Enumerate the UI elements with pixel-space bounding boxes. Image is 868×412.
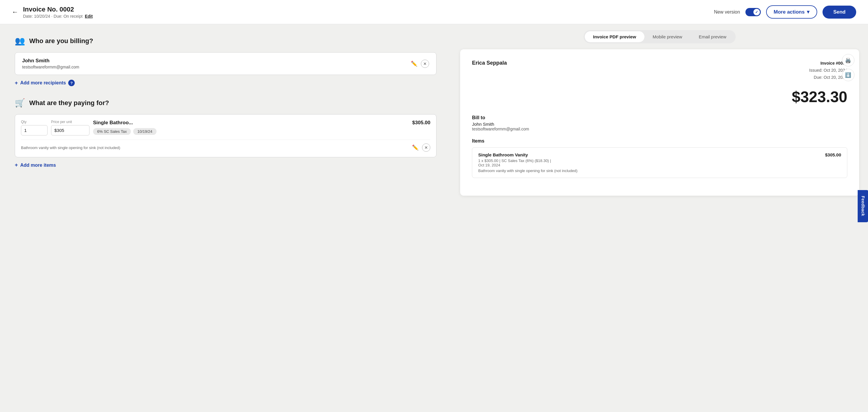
add-recipients-button[interactable]: + Add more recipients ? — [15, 80, 75, 86]
price-input[interactable] — [51, 125, 90, 135]
header-title-block: Invoice No. 0002 Date: 10/20/24 · Due: O… — [23, 6, 93, 19]
invoice-total-amount: $323.30 — [472, 88, 847, 106]
plus-icon: + — [15, 80, 18, 86]
price-block: Price per unit — [51, 120, 90, 135]
invoice-item-price: $305.00 — [825, 152, 841, 157]
send-button[interactable]: Send — [823, 6, 856, 19]
left-panel: 👥 Who are you billing? John Smith testso… — [0, 24, 451, 412]
right-panel: Invoice PDF preview Mobile preview Email… — [451, 24, 868, 412]
header-subtitle: Date: 10/20/24 · Due: On receipt Edit — [23, 14, 93, 19]
back-button[interactable]: ← — [12, 8, 18, 16]
edit-link[interactable]: Edit — [85, 14, 92, 19]
billing-info: John Smith testsoftwareformm@gmail.com — [22, 58, 79, 69]
item-card: Qty Price per unit Single Bathroo... $30… — [15, 114, 436, 157]
items-section-heading: 🛒 What are they paying for? — [15, 98, 436, 108]
print-button[interactable]: 🖨️ — [842, 54, 855, 66]
bill-to-section: Bill to John Smith testsoftwareformm@gma… — [472, 115, 847, 131]
billing-icon: 👥 — [15, 36, 25, 46]
toggle-knob: ✓ — [753, 9, 760, 15]
item-right: Single Bathroo... $305.00 6% SC Sales Ta… — [93, 120, 430, 135]
download-button[interactable]: ⬇️ — [842, 69, 855, 81]
cart-icon: 🛒 — [15, 98, 25, 108]
invoice-meta: Invoice #0002 Issued: Oct 20, 2024 Due: … — [809, 60, 847, 81]
chevron-down-icon: ▾ — [807, 9, 809, 15]
new-version-toggle[interactable]: ✓ — [745, 8, 761, 16]
qty-block: Qty — [21, 120, 48, 135]
billing-actions: ✏️ ✕ — [411, 60, 429, 68]
bill-to-title: Bill to — [472, 115, 847, 121]
items-title: Items — [472, 138, 847, 144]
billing-section-heading: 👥 Who are you billing? — [15, 36, 436, 46]
feedback-tab[interactable]: Feedback — [858, 190, 868, 222]
client-name: John Smith — [22, 58, 79, 64]
invoice-actions: 🖨️ ⬇️ — [842, 54, 855, 81]
tab-mobile-preview[interactable]: Mobile preview — [644, 31, 690, 42]
header: ← Invoice No. 0002 Date: 10/20/24 · Due:… — [0, 0, 868, 24]
invoice-items-section: Items Single Bathroom Vanity $305.00 1 x… — [472, 138, 847, 178]
invoice-item-detail: 1 x $305.00 | SC Sales Tax (6%) ($18.30)… — [478, 159, 841, 167]
add-items-button[interactable]: + Add more items — [15, 162, 56, 168]
new-version-label: New version — [714, 9, 740, 15]
item-name: Single Bathroo... — [93, 120, 133, 126]
price-label: Price per unit — [51, 120, 90, 124]
header-right: New version ✓ More actions ▾ Send — [714, 5, 856, 19]
more-actions-button[interactable]: More actions ▾ — [766, 5, 817, 19]
invoice-header: Erica Seppala Invoice #0002 Issued: Oct … — [472, 60, 847, 81]
toggle-check-icon: ✓ — [755, 10, 758, 14]
remove-item-button[interactable]: ✕ — [422, 143, 430, 152]
invoice-item-name: Single Bathroom Vanity — [478, 152, 528, 157]
remove-client-button[interactable]: ✕ — [421, 60, 429, 68]
due-date: Due: Oct 20, 2024 — [809, 74, 847, 81]
tab-invoice-pdf[interactable]: Invoice PDF preview — [585, 31, 644, 42]
invoice-item-desc: Bathroom vanity with single opening for … — [478, 169, 841, 173]
qty-input[interactable] — [21, 125, 48, 135]
invoice-item-row: Single Bathroom Vanity $305.00 — [478, 152, 841, 157]
help-icon[interactable]: ? — [68, 80, 75, 86]
invoice-preview: 🖨️ ⬇️ Erica Seppala Invoice #0002 Issued… — [460, 49, 859, 196]
qty-label: Qty — [21, 120, 48, 124]
item-tags: 6% SC Sales Tax 10/19/24 — [93, 128, 430, 135]
billing-card: John Smith testsoftwareformm@gmail.com ✏… — [15, 52, 436, 75]
bill-to-email: testsoftwareformm@gmail.com — [472, 127, 847, 131]
item-name-row: Single Bathroo... $305.00 — [93, 120, 430, 126]
invoice-number: Invoice #0002 — [809, 60, 847, 67]
item-card-bottom: Bathroom vanity with single opening for … — [21, 140, 430, 152]
item-total: $305.00 — [412, 120, 430, 126]
main-content: 👥 Who are you billing? John Smith testso… — [0, 24, 868, 412]
invoice-from-name: Erica Seppala — [472, 60, 507, 66]
edit-client-button[interactable]: ✏️ — [411, 61, 417, 67]
client-email: testsoftwareformm@gmail.com — [22, 65, 79, 69]
item-card-top: Qty Price per unit Single Bathroo... $30… — [21, 120, 430, 135]
item-card-actions: ✏️ ✕ — [412, 143, 430, 152]
bill-to-name: John Smith — [472, 122, 847, 127]
page-title: Invoice No. 0002 — [23, 6, 93, 13]
edit-item-button[interactable]: ✏️ — [412, 143, 418, 152]
tab-email-preview[interactable]: Email preview — [690, 31, 735, 42]
date-tag: 10/19/24 — [133, 128, 157, 135]
item-description: Bathroom vanity with single opening for … — [21, 145, 120, 150]
tax-tag: 6% SC Sales Tax — [93, 128, 131, 135]
invoice-item-card: Single Bathroom Vanity $305.00 1 x $305.… — [472, 147, 847, 178]
preview-tabs: Invoice PDF preview Mobile preview Email… — [584, 30, 736, 43]
billing-section-title: Who are you billing? — [29, 37, 93, 45]
issued-date: Issued: Oct 20, 2024 — [809, 67, 847, 74]
plus-icon-items: + — [15, 162, 18, 168]
items-section-title: What are they paying for? — [29, 99, 109, 107]
header-left: ← Invoice No. 0002 Date: 10/20/24 · Due:… — [12, 6, 93, 19]
